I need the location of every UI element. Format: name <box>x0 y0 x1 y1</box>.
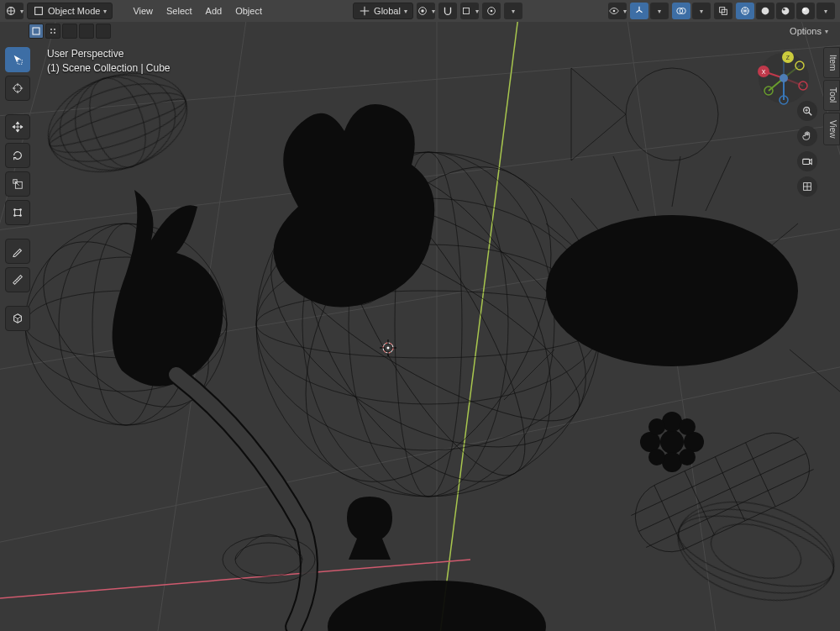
tool-cursor[interactable] <box>5 76 30 101</box>
shading-material[interactable] <box>776 3 795 19</box>
snap-toggle[interactable] <box>438 3 457 19</box>
svg-line-64 <box>504 350 554 400</box>
svg-point-68 <box>626 68 718 160</box>
pan-control[interactable] <box>797 126 817 146</box>
show-overlays-toggle[interactable] <box>672 3 690 19</box>
tool-scale[interactable] <box>5 171 30 197</box>
orientation-dropdown[interactable]: Global ▾ <box>353 3 413 19</box>
left-toolbar <box>5 47 34 331</box>
svg-point-33 <box>39 69 196 177</box>
tool-add-primitive[interactable] <box>5 306 30 331</box>
chevron-down-icon: ▾ <box>623 8 627 15</box>
editor-type-dropdown[interactable]: ▾ <box>5 3 24 19</box>
add-cube-icon <box>12 313 24 324</box>
select-mode-5[interactable] <box>96 24 111 39</box>
measure-icon <box>12 274 24 286</box>
shading-dropdown[interactable]: ▾ <box>816 3 835 19</box>
solid-icon <box>759 5 771 17</box>
select-mode-1[interactable] <box>29 24 44 39</box>
svg-point-36 <box>47 60 187 185</box>
mode-dropdown[interactable]: Object Mode ▾ <box>27 3 113 19</box>
overlays-dropdown[interactable]: ▾ <box>692 3 711 19</box>
xray-toggle[interactable] <box>714 3 732 19</box>
zoom-control[interactable] <box>797 101 817 121</box>
svg-point-132 <box>780 74 788 82</box>
options-dropdown[interactable]: Options ▾ <box>785 24 833 38</box>
3d-viewport-icon <box>5 5 17 17</box>
transform-icon <box>12 207 24 218</box>
n-panel-tabs: Item Tool View <box>823 47 840 145</box>
svg-line-26 <box>0 350 840 560</box>
svg-point-86 <box>679 418 696 435</box>
tab-view[interactable]: View <box>823 113 840 146</box>
viewport-controls <box>796 101 818 197</box>
snap-dropdown[interactable]: ▾ <box>460 3 479 19</box>
svg-point-21 <box>50 32 52 34</box>
tab-item[interactable]: Item <box>823 47 840 78</box>
proportional-dropdown[interactable]: ▾ <box>504 3 522 19</box>
info-perspective: User Perspective <box>47 47 171 61</box>
navigation-gizmo[interactable]: X Z <box>754 49 813 108</box>
chevron-down-icon: ▾ <box>512 8 515 15</box>
3d-viewport[interactable] <box>0 22 840 631</box>
perspective-icon <box>801 181 813 192</box>
gizmo-icon <box>633 5 645 17</box>
svg-point-20 <box>54 29 55 30</box>
tool-move[interactable] <box>5 114 30 139</box>
menu-object[interactable]: Object <box>230 3 267 19</box>
svg-line-78 <box>746 443 775 507</box>
tool-measure[interactable] <box>5 267 30 292</box>
svg-point-59 <box>546 215 798 366</box>
svg-point-19 <box>50 29 52 30</box>
svg-point-14 <box>782 8 790 15</box>
svg-point-89 <box>667 486 840 616</box>
svg-rect-1 <box>35 8 43 15</box>
tool-annotate[interactable] <box>5 239 30 264</box>
shading-rendered[interactable] <box>796 3 815 19</box>
tool-select-box[interactable] <box>5 47 30 72</box>
object-mode-icon <box>33 5 45 17</box>
orientation-label: Global <box>374 6 401 16</box>
viewport-header: ▾ Object Mode ▾ View Select Add Object G… <box>0 0 840 22</box>
scene-wireframe <box>0 22 840 631</box>
menu-select[interactable]: Select <box>161 3 197 19</box>
annotate-icon <box>12 245 24 257</box>
svg-point-112 <box>13 214 16 217</box>
menu-add[interactable]: Add <box>201 3 228 19</box>
chevron-down-icon: ▾ <box>103 8 107 15</box>
camera-view-control[interactable] <box>797 151 817 171</box>
svg-rect-109 <box>15 210 21 216</box>
show-gizmo-toggle[interactable] <box>630 3 648 19</box>
svg-point-6 <box>491 10 493 13</box>
camera-icon <box>801 155 813 167</box>
pivot-dropdown[interactable]: ▾ <box>417 3 435 19</box>
tool-transform[interactable] <box>5 200 30 225</box>
pivot-icon <box>417 5 428 17</box>
orientation-icon <box>359 5 370 17</box>
visibility-dropdown[interactable]: ▾ <box>608 3 627 19</box>
rotate-icon <box>12 150 24 161</box>
proportional-icon <box>486 5 497 17</box>
proportional-toggle[interactable] <box>482 3 501 19</box>
svg-line-134 <box>809 113 812 116</box>
grid-icon <box>32 27 40 35</box>
gizmo-dropdown[interactable]: ▾ <box>650 3 669 19</box>
shading-solid[interactable] <box>756 3 774 19</box>
select-mode-strip <box>29 24 111 40</box>
chevron-down-icon: ▾ <box>475 8 479 15</box>
overlays-icon <box>675 5 687 17</box>
shading-wireframe[interactable] <box>736 3 754 19</box>
chevron-down-icon: ▾ <box>658 8 661 15</box>
svg-point-79 <box>660 430 684 454</box>
svg-point-2 <box>421 9 424 13</box>
menu-view[interactable]: View <box>128 3 158 19</box>
tool-rotate[interactable] <box>5 143 30 168</box>
chevron-down-icon: ▾ <box>825 28 828 35</box>
material-icon <box>780 5 791 17</box>
tab-tool[interactable]: Tool <box>823 80 840 110</box>
select-mode-4[interactable] <box>79 24 94 39</box>
perspective-toggle[interactable] <box>797 176 817 197</box>
select-mode-2[interactable] <box>45 24 60 39</box>
select-mode-3[interactable] <box>62 24 77 39</box>
options-label: Options <box>790 26 822 36</box>
